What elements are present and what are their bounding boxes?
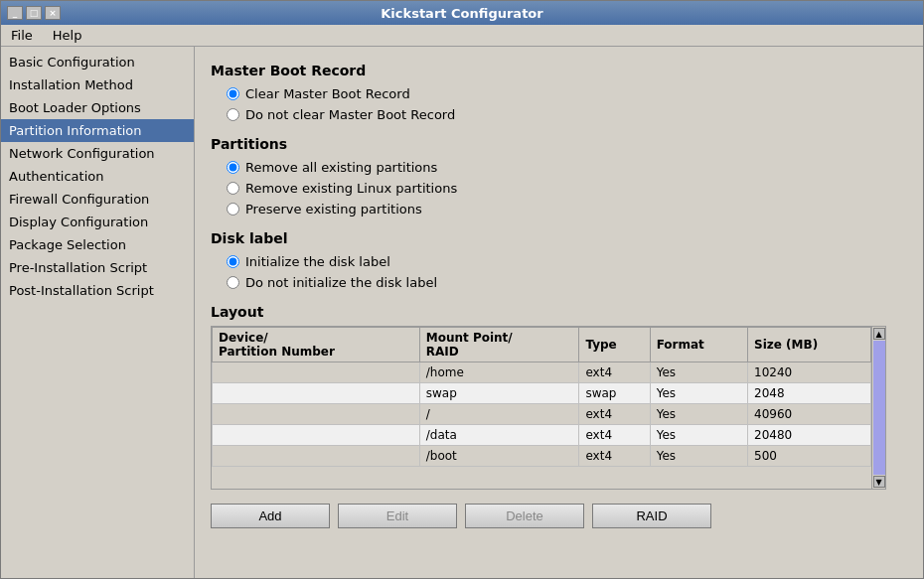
sidebar-item-boot-loader-options[interactable]: Boot Loader Options [1, 96, 194, 119]
partitions-radio-remove-all[interactable] [227, 161, 239, 174]
edit-button[interactable]: Edit [338, 504, 457, 528]
cell-size: 10240 [748, 362, 871, 383]
sidebar-item-display-configuration[interactable]: Display Configuration [1, 211, 194, 233]
scrollbar-thumb[interactable] [873, 341, 885, 475]
mbr-section: Master Boot Record Clear Master Boot Rec… [211, 63, 907, 122]
disk-label-radio-group: Initialize the disk label Do not initial… [227, 254, 907, 290]
content-area: Basic Configuration Installation Method … [1, 47, 923, 578]
disk-label-radio-donot-initialize[interactable] [227, 276, 239, 289]
sidebar-item-pre-installation-script[interactable]: Pre-Installation Script [1, 256, 194, 279]
sidebar-item-basic-configuration[interactable]: Basic Configuration [1, 51, 194, 73]
cell-size: 500 [748, 446, 871, 467]
table-row[interactable]: /boot ext4 Yes 500 [213, 446, 871, 467]
disk-label-section: Disk label Initialize the disk label Do … [211, 230, 907, 290]
mbr-radio-group: Clear Master Boot Record Do not clear Ma… [227, 86, 907, 122]
disk-label-option-initialize[interactable]: Initialize the disk label [227, 254, 907, 269]
table-row[interactable]: /data ext4 Yes 20480 [213, 425, 871, 446]
cell-device [213, 446, 420, 467]
partitions-radio-group: Remove all existing partitions Remove ex… [227, 160, 907, 217]
col-format: Format [650, 328, 747, 362]
scrollbar-down-button[interactable]: ▼ [873, 476, 885, 488]
disk-label-radio-initialize[interactable] [227, 255, 239, 268]
cell-mount: /home [419, 362, 579, 383]
disk-label-option-initialize-label: Initialize the disk label [245, 254, 390, 269]
cell-device [213, 383, 420, 404]
layout-table: Device/Partition Number Mount Point/RAID… [212, 327, 871, 467]
menubar: File Help [1, 25, 923, 47]
cell-mount: / [419, 404, 579, 425]
add-button[interactable]: Add [211, 504, 330, 528]
cell-format: Yes [650, 425, 747, 446]
col-device: Device/Partition Number [213, 328, 420, 362]
cell-format: Yes [650, 383, 747, 404]
main-panel: Master Boot Record Clear Master Boot Rec… [195, 47, 923, 578]
sidebar-item-firewall-configuration[interactable]: Firewall Configuration [1, 188, 194, 211]
cell-type: swap [579, 383, 650, 404]
cell-format: Yes [650, 446, 747, 467]
partitions-option-remove-linux-label: Remove existing Linux partitions [245, 181, 457, 196]
minimize-button[interactable]: _ [7, 6, 23, 20]
menu-help[interactable]: Help [47, 26, 88, 45]
sidebar-item-installation-method[interactable]: Installation Method [1, 73, 194, 96]
close-button[interactable]: × [45, 6, 61, 20]
sidebar-item-network-configuration[interactable]: Network Configuration [1, 142, 194, 165]
titlebar: _ □ × Kickstart Configurator [1, 1, 923, 25]
mbr-option-donot-clear[interactable]: Do not clear Master Boot Record [227, 107, 907, 122]
sidebar-item-post-installation-script[interactable]: Post-Installation Script [1, 279, 194, 302]
disk-label-option-donot-initialize-label: Do not initialize the disk label [245, 275, 437, 290]
scrollbar-up-button[interactable]: ▲ [873, 328, 885, 340]
sidebar-item-package-selection[interactable]: Package Selection [1, 233, 194, 256]
cell-size: 40960 [748, 404, 871, 425]
cell-type: ext4 [579, 404, 650, 425]
partitions-option-remove-linux[interactable]: Remove existing Linux partitions [227, 181, 907, 196]
layout-title: Layout [211, 304, 907, 320]
sidebar-item-authentication[interactable]: Authentication [1, 165, 194, 188]
delete-button[interactable]: Delete [465, 504, 584, 528]
cell-device [213, 425, 420, 446]
cell-mount: swap [419, 383, 579, 404]
col-type: Type [579, 328, 650, 362]
scrollbar-track: ▲ ▼ [871, 327, 885, 489]
bottom-buttons: Add Edit Delete RAID [211, 498, 907, 532]
cell-size: 20480 [748, 425, 871, 446]
partitions-option-remove-all-label: Remove all existing partitions [245, 160, 437, 175]
mbr-option-clear[interactable]: Clear Master Boot Record [227, 86, 907, 101]
maximize-button[interactable]: □ [26, 6, 42, 20]
partitions-option-remove-all[interactable]: Remove all existing partitions [227, 160, 907, 175]
table-container[interactable]: Device/Partition Number Mount Point/RAID… [212, 327, 871, 489]
cell-type: ext4 [579, 425, 650, 446]
table-wrapper: Device/Partition Number Mount Point/RAID… [211, 326, 886, 490]
cell-format: Yes [650, 362, 747, 383]
disk-label-title: Disk label [211, 230, 907, 246]
table-row[interactable]: /home ext4 Yes 10240 [213, 362, 871, 383]
col-size: Size (MB) [748, 328, 871, 362]
mbr-title: Master Boot Record [211, 63, 907, 78]
cell-size: 2048 [748, 383, 871, 404]
partitions-option-preserve-label: Preserve existing partitions [245, 202, 422, 217]
cell-type: ext4 [579, 362, 650, 383]
mbr-radio-donot-clear[interactable] [227, 108, 239, 121]
col-mount: Mount Point/RAID [419, 328, 579, 362]
cell-format: Yes [650, 404, 747, 425]
main-window: _ □ × Kickstart Configurator File Help B… [0, 0, 924, 579]
partitions-option-preserve[interactable]: Preserve existing partitions [227, 202, 907, 217]
partitions-section: Partitions Remove all existing partition… [211, 136, 907, 217]
table-row[interactable]: / ext4 Yes 40960 [213, 404, 871, 425]
cell-mount: /data [419, 425, 579, 446]
partitions-radio-remove-linux[interactable] [227, 182, 239, 195]
partitions-radio-preserve[interactable] [227, 203, 239, 216]
menu-file[interactable]: File [5, 26, 39, 45]
mbr-radio-clear[interactable] [227, 87, 239, 100]
raid-button[interactable]: RAID [592, 504, 711, 528]
table-row[interactable]: swap swap Yes 2048 [213, 383, 871, 404]
cell-mount: /boot [419, 446, 579, 467]
sidebar-item-partition-information[interactable]: Partition Information [1, 119, 194, 142]
sidebar: Basic Configuration Installation Method … [1, 47, 195, 578]
window-title: Kickstart Configurator [67, 6, 857, 21]
layout-section: Layout Device/Partition Number Mount Poi… [211, 304, 907, 532]
mbr-option-clear-label: Clear Master Boot Record [245, 86, 410, 101]
disk-label-option-donot-initialize[interactable]: Do not initialize the disk label [227, 275, 907, 290]
cell-type: ext4 [579, 446, 650, 467]
partitions-title: Partitions [211, 136, 907, 152]
cell-device [213, 404, 420, 425]
